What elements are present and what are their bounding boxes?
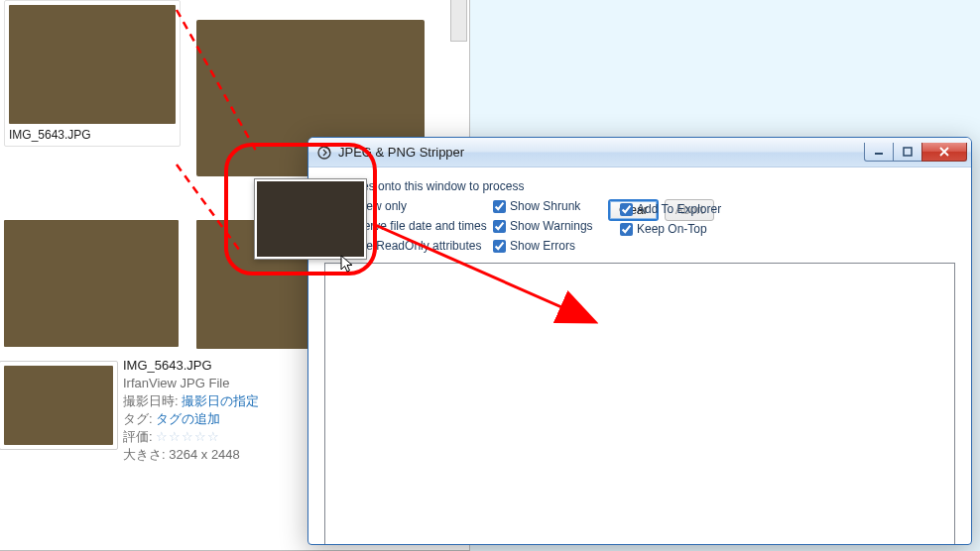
close-button[interactable]: [921, 143, 967, 162]
detail-rating-value[interactable]: ☆☆☆☆☆: [156, 429, 220, 444]
detail-filename: IMG_5643.JPG: [123, 357, 259, 375]
detail-tag-label: タグ:: [123, 411, 153, 426]
log-textarea[interactable]: [324, 263, 955, 545]
minimize-button[interactable]: [864, 143, 894, 162]
opt-show-shrunk[interactable]: Show Shrunk: [493, 199, 594, 213]
opt-show-warnings[interactable]: Show Warnings: [493, 219, 594, 233]
svg-rect-2: [904, 148, 912, 156]
opt-add-to-explorer[interactable]: Add To Explorer: [620, 202, 721, 216]
file-thumb[interactable]: [4, 220, 179, 347]
drop-hint: Drag files onto this window to process: [324, 179, 957, 193]
detail-date-value[interactable]: 撮影日の指定: [182, 393, 259, 408]
dialog-body: Drag files onto this window to process P…: [308, 167, 971, 545]
detail-tag-value[interactable]: タグの追加: [156, 411, 220, 426]
thumbnail-image: [257, 181, 364, 257]
detail-date-label: 撮影日時:: [123, 393, 179, 408]
stripper-window: JPEG & PNG Stripper Drag files onto this…: [307, 137, 972, 545]
detail-filetype: IrfanView JPG File: [123, 375, 259, 392]
explorer-scrollbar[interactable]: [450, 0, 467, 42]
thumbnail-image: [9, 5, 176, 124]
opt-show-errors[interactable]: Show Errors: [493, 239, 594, 253]
thumbnail-image: [4, 366, 113, 445]
drag-ghost-thumb: [254, 178, 367, 260]
svg-rect-1: [875, 153, 883, 155]
file-details: IMG_5643.JPG IrfanView JPG File 撮影日時: 撮影…: [123, 357, 259, 464]
app-icon: [316, 145, 332, 161]
titlebar[interactable]: JPEG & PNG Stripper: [308, 138, 971, 167]
maximize-button[interactable]: [893, 143, 922, 162]
file-thumb[interactable]: IMG_5643.JPG: [4, 0, 181, 147]
opt-keep-on-top[interactable]: Keep On-Top: [620, 222, 721, 236]
cursor-icon: [340, 255, 356, 275]
thumbnail-caption: IMG_5643.JPG: [9, 124, 176, 142]
thumbnail-image: [4, 220, 179, 347]
detail-size-label: 大きさ:: [123, 447, 166, 462]
window-title: JPEG & PNG Stripper: [338, 145, 865, 160]
detail-rating-label: 評価:: [123, 429, 153, 444]
detail-size-value: 3264 x 2448: [169, 447, 240, 462]
detail-thumb: [0, 361, 118, 450]
